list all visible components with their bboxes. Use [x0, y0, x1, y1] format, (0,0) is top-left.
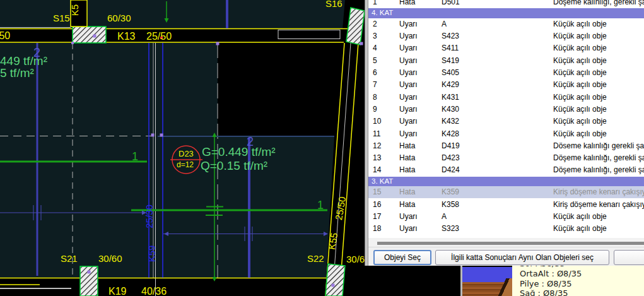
cell-num: 7 — [373, 79, 377, 91]
cad-label: K19 — [108, 286, 127, 296]
results-table[interactable]: 1HataD501Döşeme kalınlığı, gerekli şartı… — [368, 0, 644, 238]
result-row[interactable]: 12HataD419Döseme kalınlığı gerekli şartı… — [368, 140, 644, 152]
cell-num: 2 — [373, 18, 377, 30]
cad-label: D23 — [179, 149, 194, 158]
horizontal-scrollbar[interactable] — [368, 238, 644, 247]
cell-obj: D424 — [442, 164, 460, 176]
node-marker — [88, 271, 91, 274]
cell-obj: S323 — [442, 223, 459, 235]
cell-num: 17 — [373, 211, 381, 223]
cell-desc: Küçük açılı obje — [553, 18, 607, 30]
result-row[interactable]: 15HataK359Kiriş döşeme kenarı çakışıyor. — [368, 186, 644, 198]
cell-obj: K432 — [442, 115, 459, 127]
result-row[interactable]: 7UyarıK429Küçük açılı obje — [368, 79, 644, 91]
cell-type: Uyarı — [399, 115, 418, 127]
result-row[interactable]: 11UyarıK428Küçük açılı obje — [368, 128, 644, 140]
cell-num: 11 — [373, 128, 380, 140]
cad-label: d=12 — [177, 160, 194, 169]
cell-obj: K428 — [442, 128, 459, 140]
cell-desc: Küçük açılı obje — [553, 104, 607, 115]
cell-num: 18 — [373, 223, 381, 235]
cad-viewport[interactable]: S1560/30/50K1325/50S16K5S2130/60K1940/36… — [0, 0, 365, 296]
result-row[interactable]: 2UyarıAKüçük açılı obje — [368, 18, 644, 30]
result-row[interactable]: 1HataD501Döşeme kalınlığı, gerekli şartı… — [368, 0, 644, 8]
cell-type: Uyarı — [399, 79, 418, 91]
cell-type: Hata — [399, 164, 415, 176]
cell-obj: A — [442, 211, 447, 223]
result-row[interactable]: 6UyarıS405Küçük açılı obje — [368, 67, 644, 79]
result-row[interactable]: 4UyarıS411Küçük açılı obje — [368, 42, 644, 54]
result-row[interactable]: 17UyarıAKüçük açılı obje — [368, 211, 644, 223]
node-marker — [151, 134, 155, 137]
cad-label: S16 — [325, 0, 342, 9]
cad-label: 30/6 — [346, 254, 365, 264]
cad-label: 30/60 — [98, 253, 122, 264]
cad-label: 25/30 — [144, 204, 155, 228]
cad-label: K5 — [69, 4, 80, 16]
cell-type: Hata — [399, 140, 415, 152]
cad-label: 25/50 — [146, 31, 172, 42]
select-object-button[interactable]: Objeyi Seç — [373, 250, 431, 265]
result-row[interactable]: 5UyarıS419Küçük açılı obje — [368, 55, 644, 67]
result-row[interactable]: 9UyarıK430Küçük açılı obje — [368, 104, 644, 115]
cell-obj: K358 — [442, 199, 459, 211]
cad-label: 60/30 — [107, 13, 131, 23]
cad-label: 1 — [132, 150, 138, 163]
cell-desc: Döşeme kalınlığı, gerekli şartı sağ — [553, 152, 644, 164]
material-preview-image — [462, 266, 512, 296]
cell-type: Uyarı — [399, 30, 418, 42]
cell-num: 6 — [373, 67, 377, 79]
cad-label: S15 — [53, 13, 70, 23]
cell-num: 13 — [373, 152, 381, 164]
node-marker — [160, 134, 163, 137]
cell-desc: Küçük açılı obje — [553, 92, 607, 104]
cad-label: 40/36 — [141, 286, 167, 296]
extra-button-clipped[interactable] — [614, 250, 644, 265]
result-row[interactable]: 14HataD424Döşeme kalınlığı, gerekli şart… — [368, 164, 644, 176]
cell-obj: D419 — [442, 140, 460, 152]
slab-region — [0, 29, 365, 43]
cell-type: Uyarı — [399, 42, 418, 54]
cad-label: G=0.449 tf/m² — [202, 145, 276, 158]
cell-desc: Küçük açılı obje — [553, 67, 607, 79]
cell-obj: A — [442, 18, 447, 30]
result-row[interactable]: 13HataD423Döşeme kalınlığı, gerekli şart… — [368, 152, 644, 164]
cell-desc: Küçük açılı obje — [553, 42, 607, 54]
scrollbar-thumb[interactable] — [377, 242, 644, 245]
cell-desc: Kiriş döşeme kenarı çakışıyor. — [553, 186, 644, 198]
results-panel: 1HataD501Döşeme kalınlığı, gerekli şartı… — [365, 0, 644, 296]
cell-type: Uyarı — [399, 223, 418, 235]
cell-desc: Küçük açılı obje — [553, 115, 607, 127]
tooltip-line: Pilye : Ø8/35 — [520, 279, 572, 288]
result-row[interactable]: 16HataK358Kiriş döşeme kenarı çakışıyor. — [368, 199, 644, 211]
cell-num: 1 — [373, 0, 377, 8]
cell-type: Hata — [399, 0, 415, 8]
app-window: S1560/30/50K1325/50S16K5S2130/60K1940/36… — [0, 0, 644, 296]
select-same-results-button[interactable]: İlgili katta Sonuçları Aynı Olan Objeler… — [435, 250, 609, 265]
cell-type: Uyarı — [399, 67, 418, 79]
cell-desc: Küçük açılı obje — [553, 128, 607, 140]
cell-type: Uyarı — [399, 128, 418, 140]
cell-obj: S411 — [442, 42, 459, 54]
cell-desc: Kiriş döşeme kenarı çakışıyor. — [553, 199, 644, 211]
floor-band[interactable]: 3. KAT — [368, 177, 644, 187]
tooltip-line: Sağ : Ø8/35 — [520, 288, 568, 296]
result-row[interactable]: 10UyarıK432Küçük açılı obje — [368, 115, 644, 127]
column-hatched — [73, 27, 106, 43]
cell-num: 3 — [373, 30, 377, 42]
node-marker — [71, 42, 74, 44]
slab-region — [0, 0, 345, 29]
cell-num: 4 — [373, 42, 377, 54]
cell-obj: S419 — [442, 55, 459, 67]
floor-band[interactable]: 4. KAT — [368, 8, 644, 18]
cell-desc: Küçük açılı obje — [553, 79, 607, 91]
node-marker — [93, 35, 97, 38]
cell-num: 10 — [373, 115, 381, 127]
cell-num: 9 — [373, 104, 377, 115]
slab-region — [0, 278, 365, 296]
result-row[interactable]: 18UyarıS323Küçük açılı obje — [368, 223, 644, 235]
result-row[interactable]: 3UyarıS423Küçük açılı obje — [368, 30, 644, 42]
result-row[interactable]: 8UyarıK431Küçük açılı obje — [368, 92, 644, 104]
cad-label: S22 — [307, 253, 324, 264]
preview-wood — [462, 282, 512, 296]
